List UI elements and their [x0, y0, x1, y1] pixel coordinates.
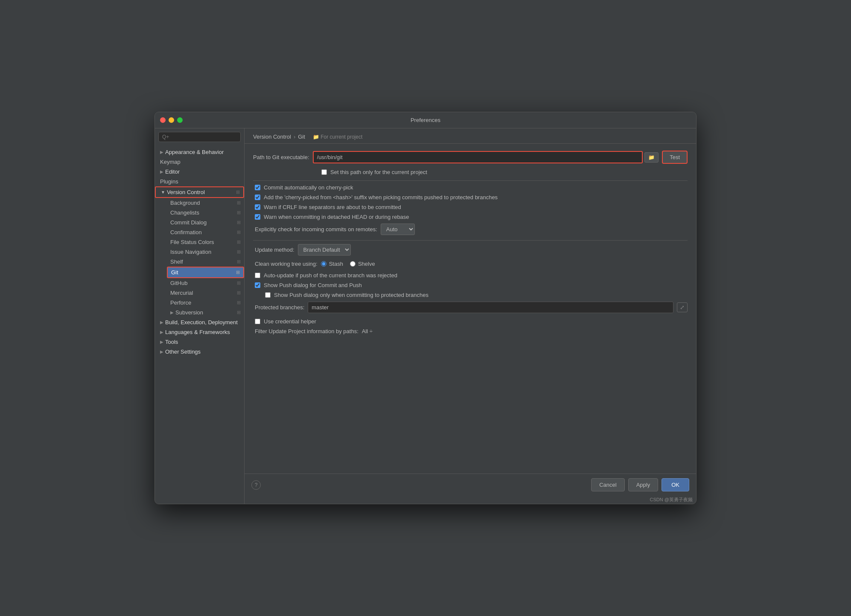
- sidebar-item-label: Commit Dialog: [170, 219, 207, 226]
- checkbox-credential-label: Use credential helper: [264, 318, 316, 325]
- sidebar-item-label: Git: [171, 269, 178, 276]
- maximize-button[interactable]: [177, 117, 183, 123]
- clean-tree-row: Clean working tree using: Stash Shelve: [253, 261, 688, 267]
- close-button[interactable]: [160, 117, 166, 123]
- radio-shelve[interactable]: [350, 261, 356, 267]
- sidebar-item-commit-dialog[interactable]: Commit Dialog ⊞: [167, 218, 244, 227]
- arrow-icon: ▶: [160, 320, 163, 325]
- breadcrumb-vc: Version Control: [253, 134, 291, 140]
- sidebar-item-mercurial[interactable]: Mercurial ⊞: [167, 288, 244, 298]
- copy-icon: ⊞: [237, 210, 241, 215]
- sidebar-item-label: Build, Execution, Deployment: [165, 319, 238, 325]
- expand-button[interactable]: ⤢: [677, 302, 688, 312]
- checkbox-auto-update[interactable]: [255, 273, 260, 278]
- vc-children: Background ⊞ Changelists ⊞ Commit Dialog…: [155, 198, 244, 317]
- for-project-text: For current project: [321, 134, 362, 140]
- filter-label: Filter Update Project information by pat…: [255, 328, 358, 334]
- window-title: Preferences: [411, 117, 440, 123]
- sidebar-item-label: Background: [170, 200, 200, 206]
- sidebar-item-languages[interactable]: ▶ Languages & Frameworks: [155, 327, 244, 337]
- sidebar-item-tools[interactable]: ▶ Tools: [155, 337, 244, 347]
- watermark: CSDN @英勇子夜频: [245, 496, 696, 504]
- sidebar-item-label: Issue Navigation: [170, 249, 211, 255]
- checkbox-detached-label: Warn when committing in detached HEAD or…: [264, 214, 409, 220]
- sidebar-item-editor[interactable]: ▶ Editor: [155, 167, 244, 177]
- sidebar-item-plugins[interactable]: Plugins: [155, 177, 244, 186]
- breadcrumb-separator: ›: [294, 134, 295, 140]
- divider2: [253, 240, 688, 241]
- protected-label: Protected branches:: [255, 304, 304, 311]
- help-button[interactable]: ?: [251, 480, 261, 490]
- git-path-row: Path to Git executable: 📁 Test: [253, 151, 688, 164]
- sidebar-item-label: Subversion: [175, 309, 203, 316]
- search-input[interactable]: [158, 132, 241, 142]
- apply-button[interactable]: Apply: [628, 478, 659, 491]
- arrow-icon: ▶: [160, 340, 163, 344]
- checkbox-auto-update-label: Auto-update if push of the current branc…: [264, 272, 397, 279]
- browse-button[interactable]: 📁: [644, 152, 659, 163]
- sidebar-item-appearance[interactable]: ▶ Appearance & Behavior: [155, 147, 244, 157]
- sidebar-item-label: Appearance & Behavior: [165, 149, 224, 155]
- panel-body: Path to Git executable: 📁 Test Set this …: [245, 144, 696, 474]
- update-dropdown[interactable]: Branch Default Merge Rebase: [298, 244, 351, 256]
- radio-shelve-item: Shelve: [350, 261, 375, 267]
- action-buttons: Cancel Apply OK: [591, 478, 689, 491]
- test-button[interactable]: Test: [662, 151, 688, 164]
- radio-stash[interactable]: [321, 261, 326, 267]
- git-path-input-wrapper: 📁: [313, 151, 659, 163]
- checkbox-crlf-row: Warn if CRLF line separators are about t…: [253, 204, 688, 210]
- sidebar-item-perforce[interactable]: Perforce ⊞: [167, 298, 244, 308]
- sidebar-item-label: Version Control: [167, 189, 205, 195]
- incoming-dropdown[interactable]: Auto Always Never: [381, 224, 415, 235]
- checkbox-cherry-suffix[interactable]: [255, 195, 260, 200]
- update-label: Update method:: [255, 247, 294, 253]
- sidebar-item-other-settings[interactable]: ▶ Other Settings: [155, 347, 244, 357]
- checkbox-cherry-pick[interactable]: [255, 185, 260, 190]
- checkbox-current-project[interactable]: [321, 169, 327, 175]
- sidebar-item-build[interactable]: ▶ Build, Execution, Deployment: [155, 317, 244, 327]
- cancel-button[interactable]: Cancel: [591, 478, 624, 491]
- checkbox-push-protected-row: Show Push dialog only when committing to…: [253, 292, 688, 298]
- sidebar-item-github[interactable]: GitHub ⊞: [167, 278, 244, 288]
- for-project-label: 📁 For current project: [313, 134, 362, 140]
- sidebar-item-issue-navigation[interactable]: Issue Navigation ⊞: [167, 247, 244, 257]
- sidebar-item-changelists[interactable]: Changelists ⊞: [167, 208, 244, 218]
- copy-icon: ⊞: [237, 310, 241, 315]
- checkbox-crlf[interactable]: [255, 204, 260, 210]
- checkbox-show-push[interactable]: [255, 282, 260, 288]
- checkbox-current-project-label: Set this path only for the current proje…: [330, 169, 427, 175]
- sidebar-item-background[interactable]: Background ⊞: [167, 198, 244, 208]
- arrow-icon: ▶: [160, 150, 163, 154]
- main-content: ▶ Appearance & Behavior Keymap ▶ Editor …: [155, 128, 696, 504]
- incoming-commits-row: Explicitly check for incoming commits on…: [253, 224, 688, 235]
- arrow-icon: ▶: [160, 349, 163, 354]
- sidebar-item-keymap[interactable]: Keymap: [155, 157, 244, 167]
- filter-value[interactable]: All ÷: [362, 328, 373, 334]
- checkbox-push-protected[interactable]: [265, 292, 271, 298]
- minimize-button[interactable]: [169, 117, 174, 123]
- sidebar-item-label: Editor: [165, 169, 180, 175]
- preferences-window: Preferences ▶ Appearance & Behavior Keym…: [154, 112, 697, 504]
- right-panel: Version Control › Git 📁 For current proj…: [245, 128, 696, 504]
- copy-icon: ⊞: [237, 220, 241, 225]
- git-path-input[interactable]: [313, 151, 643, 163]
- sidebar-item-subversion[interactable]: ▶ Subversion ⊞: [167, 308, 244, 317]
- sidebar-item-confirmation[interactable]: Confirmation ⊞: [167, 227, 244, 237]
- copy-icon: ⊞: [237, 290, 241, 296]
- sidebar-item-shelf[interactable]: Shelf ⊞: [167, 257, 244, 267]
- checkbox-auto-update-row: Auto-update if push of the current branc…: [253, 272, 688, 279]
- titlebar: Preferences: [155, 112, 696, 128]
- protected-branches-input[interactable]: [308, 302, 673, 313]
- sidebar-item-file-status-colors[interactable]: File Status Colors ⊞: [167, 237, 244, 247]
- sidebar-item-label: Tools: [165, 339, 178, 345]
- copy-icon: ⊞: [237, 239, 241, 245]
- sidebar-item-label: Mercurial: [170, 290, 193, 296]
- checkbox-detached-row: Warn when committing in detached HEAD or…: [253, 214, 688, 220]
- protected-branches-row: Protected branches: ⤢: [253, 302, 688, 313]
- folder-icon: 📁: [313, 134, 319, 140]
- ok-button[interactable]: OK: [662, 478, 689, 491]
- sidebar-item-git[interactable]: Git ⊞: [167, 267, 244, 278]
- sidebar-item-version-control[interactable]: ▼ Version Control ⊞: [155, 186, 244, 198]
- checkbox-credential[interactable]: [255, 319, 260, 324]
- checkbox-detached[interactable]: [255, 214, 260, 220]
